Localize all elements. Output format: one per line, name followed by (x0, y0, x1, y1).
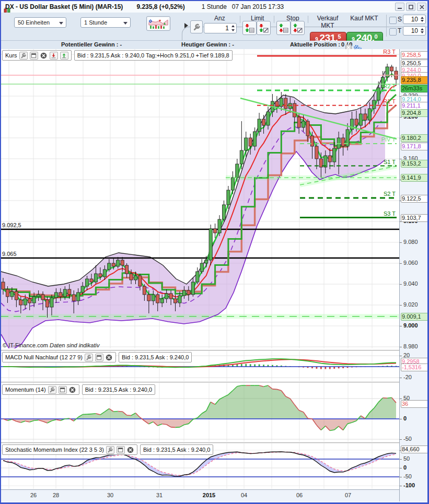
macd-pane-title: MACD Null Nachlauf (12 27 9) (5, 354, 83, 360)
minimize-button[interactable] (395, 3, 404, 11)
t-value: 10 (411, 27, 418, 34)
expand-arrow-icon[interactable] (184, 23, 188, 28)
wrench-icon[interactable] (19, 52, 28, 60)
axis-tick-label: 50 (403, 455, 410, 462)
axis-value-box: 9.204,8 (401, 109, 428, 117)
time-axis-label: 28 (53, 492, 59, 498)
time-axis-label: 06 (296, 492, 303, 498)
pane-divider[interactable] (1, 382, 428, 382)
stepper-up-icon[interactable] (421, 17, 424, 19)
limit-order-button[interactable] (242, 21, 257, 35)
current-position: Aktuelle Position : 0 / 0 (290, 41, 353, 48)
axis-value-box: 9.009,1 (401, 313, 428, 321)
s-value: 10 (411, 16, 418, 23)
wrench-icon[interactable] (106, 446, 114, 454)
quantity-stepper[interactable]: 1 (204, 23, 237, 33)
time-axis-label: 04 (241, 492, 247, 498)
limit-order-edit-button[interactable] (257, 21, 271, 35)
pane-divider[interactable] (1, 442, 428, 443)
units-dropdown[interactable]: 50 Einheiten (14, 17, 66, 28)
close-icon[interactable] (40, 52, 48, 59)
wrench-icon[interactable] (48, 386, 56, 394)
s-label: S (398, 16, 402, 23)
window-icon[interactable] (30, 52, 38, 60)
stepper-down-icon[interactable] (231, 29, 235, 31)
axis-tick-mark (400, 326, 402, 326)
pivot-label: R2 T (383, 83, 396, 89)
s-value-stepper[interactable]: 10 (403, 15, 426, 24)
time-axis-label: 30 (107, 492, 113, 498)
stop-order-button[interactable] (276, 21, 291, 35)
sell-mkt-label: Verkauf MKT (310, 15, 345, 29)
momentum-bidask: Bid : 9.231,5 Ask : 9.240,0 (82, 384, 155, 395)
kurs-pane-title: Kurs (5, 52, 17, 58)
svg-text:9.092,5: 9.092,5 (2, 222, 21, 228)
axis-tick-label: 9.060 (403, 260, 418, 266)
axis-value-box: 36 (401, 400, 428, 408)
axis-tick-mark (400, 477, 402, 477)
price-axis[interactable]: 9.2209.2009.1809.1609.1409.1209.1009.080… (399, 49, 428, 501)
stepper-down-icon[interactable] (421, 31, 424, 33)
axis-tick-label: -50 (403, 473, 412, 479)
time-axis-label: 07 (345, 492, 351, 498)
axis-tick-label: 8.980 (403, 343, 418, 349)
axis-tick-mark (400, 439, 402, 440)
axis-value-box: 84,660 (401, 446, 428, 453)
window-icon[interactable] (117, 446, 125, 454)
macd-bidask: Bid : 9.231,5 Ask : 9.240,0 (119, 352, 192, 362)
copyright-note: Daten sind indikativ (50, 342, 99, 348)
pivot-label: R1 T (383, 98, 396, 104)
target-checkbox[interactable] (389, 28, 397, 36)
close-icon[interactable] (69, 386, 76, 393)
close-icon[interactable] (127, 447, 134, 453)
stop-checkbox[interactable] (389, 17, 397, 24)
momentum-pane-title: Momentum (14) (5, 386, 46, 393)
chevron-down-icon (59, 22, 63, 25)
maximize-button[interactable] (406, 3, 415, 11)
position-label: Aktuelle Position : (290, 41, 340, 48)
chart-type-button[interactable] (146, 16, 170, 31)
arrow-down-icon[interactable] (50, 52, 58, 60)
close-icon[interactable] (106, 354, 113, 361)
price-chart[interactable]: 9.092,59.065R3 TR2 TR1 TPIV TS1 TS2 TS3 … (1, 49, 399, 348)
window-icon[interactable] (59, 386, 67, 394)
anz-label: Anz (214, 15, 225, 22)
axis-tick-mark (400, 117, 402, 118)
axis-tick-mark (400, 356, 402, 356)
trading-window: DX - US Dollar Basket (5 Mini) (MAR-15) … (0, 0, 429, 504)
axis-value-box: 9.211,1 (401, 102, 428, 110)
stochastic-pane-title: Stochastic Momentum Index (22 3 5 3) (5, 447, 104, 453)
axis-tick-mark (400, 459, 402, 460)
toolbar: 50 Einheiten 1 Stunde Anz 1 (1, 13, 428, 41)
stepper-down-icon[interactable] (421, 20, 424, 22)
stepper-up-icon[interactable] (421, 28, 424, 30)
t-value-stepper[interactable]: 10 (403, 26, 426, 36)
axis-value-box: 9.141,9 (401, 174, 428, 182)
pane-divider[interactable] (1, 350, 428, 350)
order-settings-button[interactable] (190, 20, 203, 33)
kurs-pane-header: Kurs Bid : 9.231,5 Ask : 9.240,0 Tag:+Ho… (2, 50, 233, 61)
units-dropdown-value: 50 Einheiten (18, 19, 50, 26)
window-price: 9.235,8 (+0,52%) (136, 3, 184, 10)
time-axis-label: 31 (156, 492, 163, 498)
timeframe-dropdown[interactable]: 1 Stunde (80, 17, 131, 28)
timeframe-dropdown-value: 1 Stunde (84, 19, 107, 26)
today-gain: Heutiger Gewinn : - (181, 41, 234, 48)
chart-region: 9.092,59.065R3 TR2 TR1 TPIV TS1 TS2 TS3 … (1, 49, 428, 501)
axis-value-box: 9.153,2 (401, 160, 428, 168)
svg-text:9.065: 9.065 (2, 251, 17, 257)
stepper-up-icon[interactable] (231, 25, 235, 27)
title-bar: DX - US Dollar Basket (5 Mini) (MAR-15) … (1, 1, 428, 13)
axis-tick-mark (400, 378, 402, 378)
arrow-up-icon[interactable] (60, 52, 68, 60)
time-axis[interactable]: 262830312015040607 (1, 489, 428, 502)
axis-tick-mark (400, 486, 402, 486)
copyright: © IT-Finance.com Daten sind indikativ (3, 342, 99, 348)
t-label: T (398, 27, 401, 34)
stop-order-edit-button[interactable] (291, 21, 305, 35)
window-icon[interactable] (95, 354, 103, 361)
wrench-icon[interactable] (85, 354, 93, 361)
axis-tick-mark (400, 305, 402, 306)
chevron-down-icon (123, 22, 127, 25)
close-button[interactable] (417, 3, 426, 11)
